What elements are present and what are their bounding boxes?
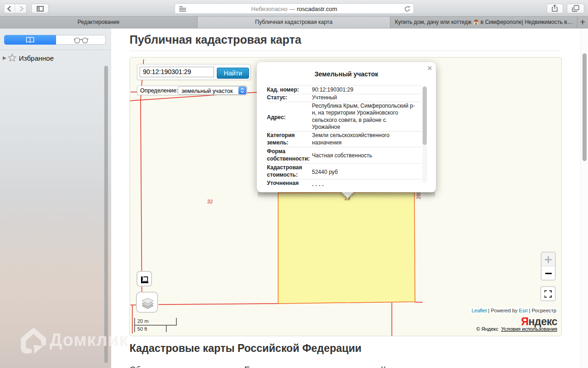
svg-text:32: 32 xyxy=(207,199,213,204)
